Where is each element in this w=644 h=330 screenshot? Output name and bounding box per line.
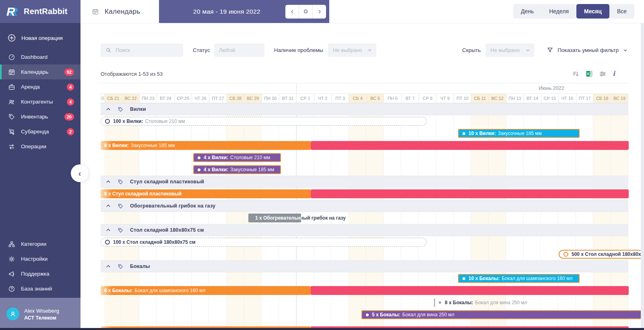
- group-label: Стул складной пластиковый: [130, 179, 204, 185]
- grid-column: [401, 103, 419, 330]
- hide-select[interactable]: Не выбрано: [485, 44, 535, 57]
- status-select[interactable]: Любой: [214, 44, 264, 57]
- new-operation-button[interactable]: Новая операция: [0, 23, 80, 50]
- day-column-header: ВС 5: [366, 93, 384, 103]
- collapse-group-icon[interactable]: [105, 179, 111, 185]
- chevron-down-icon: [525, 48, 530, 53]
- sidebar-item-label: Субаренда: [21, 129, 49, 135]
- sidebar-item-база-знаний[interactable]: База знаний: [0, 281, 80, 296]
- view-mode-switcher: ДеньНеделяМесяцВсе: [513, 4, 634, 19]
- sliders-icon[interactable]: [599, 70, 607, 78]
- grid-column: [174, 103, 192, 330]
- prev-period-button[interactable]: [285, 5, 299, 19]
- status-value: Любой: [219, 47, 235, 53]
- booking-bar[interactable]: 8 x Стул складной пластиковый: [101, 189, 311, 198]
- sidebar-collapse-button[interactable]: ‹: [71, 164, 89, 182]
- booking-bar[interactable]: 100 x Стол складной 180x80x75 см: [101, 238, 427, 247]
- day-column-header: ПТ 27: [209, 93, 226, 103]
- sidebar-item-label: Категории: [21, 241, 46, 247]
- user-company: АСТ Телеком: [24, 315, 59, 321]
- today-button[interactable]: [299, 5, 312, 19]
- next-period-button[interactable]: [312, 5, 326, 19]
- sidebar-footer-nav: КатегорииНастройкиПоддержкаБаза знаний: [0, 237, 80, 296]
- booking-bar[interactable]: 10 x Бокалы:Бокал для шампанского 160 мл: [458, 274, 580, 283]
- collapse-group-icon[interactable]: [105, 227, 111, 233]
- booking-bar[interactable]: 8 x Вилки:Закусочные 185 мм: [101, 141, 311, 150]
- day-column-header: СБ 4: [349, 93, 366, 103]
- tag-icon: [118, 227, 124, 233]
- logo-text: RentRabbit: [24, 7, 68, 16]
- grid-column: [419, 103, 436, 330]
- grid-column: [192, 103, 209, 330]
- sidebar-item-label: Поддержка: [21, 271, 49, 277]
- booking-bar[interactable]: [311, 286, 629, 295]
- day-column-header: ВТ 24: [157, 93, 174, 103]
- count-badge: 4: [67, 83, 74, 91]
- vertical-scrollbar[interactable]: [641, 23, 644, 328]
- booking-bar[interactable]: 8 x Бокалы:Бокал для шампанского 160 мл: [101, 286, 311, 295]
- excel-export-icon[interactable]: X: [586, 70, 593, 77]
- sidebar-item-категории[interactable]: Категории: [0, 237, 80, 251]
- user-profile[interactable]: Alex Wiseberg АСТ Телеком: [0, 298, 80, 330]
- booking-bar[interactable]: [311, 189, 629, 198]
- sidebar-item-label: Календарь: [21, 69, 48, 75]
- megaphone-icon: [8, 270, 15, 278]
- booking-bar[interactable]: 4 x Вилки:Закусочные 185 мм: [193, 165, 281, 174]
- day-column-header: ПН 6: [384, 93, 401, 103]
- grid-column: [384, 103, 401, 330]
- question-icon: [8, 285, 15, 293]
- day-column-header: СР 8: [419, 93, 436, 103]
- booking-bar[interactable]: 4 x Вилки:Столовые 210 мм: [193, 153, 281, 162]
- booking-bar[interactable]: 100 x Вилки:Столовые 210 мм: [101, 117, 427, 126]
- collapse-group-icon[interactable]: [105, 203, 111, 209]
- collapse-group-icon[interactable]: [105, 264, 111, 269]
- search-icon: [105, 47, 111, 53]
- sidebar-item-операции[interactable]: Операции: [0, 139, 80, 154]
- tag-icon: [8, 113, 15, 120]
- view-mode-все[interactable]: Все: [609, 4, 634, 19]
- grid-column: [104, 103, 122, 330]
- logo[interactable]: RR RentRabbit: [0, 0, 80, 23]
- sidebar-item-аренда[interactable]: Аренда4: [0, 79, 80, 94]
- grid-column: [139, 103, 157, 330]
- day-column-header: ВС 29: [244, 93, 261, 103]
- grid-column: [593, 103, 611, 330]
- new-operation-label: Новая операция: [21, 35, 63, 41]
- view-mode-день[interactable]: День: [513, 4, 541, 19]
- booking-bar[interactable]: 5 x Бокалы:Бокал для вина 250 мл: [361, 310, 644, 319]
- day-column-header: СБ 21: [104, 93, 122, 103]
- booking-bar[interactable]: 10 x Вилки:Закусочные 185 мм: [458, 129, 580, 138]
- sidebar-item-субаренда[interactable]: Субаренда2: [0, 124, 80, 139]
- grid-column: [436, 103, 454, 330]
- grid-column: [366, 103, 384, 330]
- grid-column: [349, 103, 366, 330]
- smart-filter-button[interactable]: Показать умный фильтр: [547, 47, 628, 54]
- tag-icon: [118, 203, 124, 209]
- grid-column: [227, 103, 244, 330]
- dot-icon: [439, 301, 441, 304]
- booking-bar[interactable]: [311, 141, 629, 150]
- sidebar-item-поддержка[interactable]: Поддержка: [0, 266, 80, 281]
- sidebar-item-календарь[interactable]: Календарь92: [0, 64, 80, 79]
- group-label: Стол складной 180x80x75 см: [130, 227, 204, 233]
- results-bar: Отображаются 1-53 из 53 X i: [101, 68, 615, 79]
- sidebar-item-dashboard[interactable]: Dashboard: [0, 50, 80, 64]
- chevron-down-icon: [623, 48, 628, 53]
- view-mode-неделя[interactable]: Неделя: [541, 4, 576, 19]
- view-mode-месяц[interactable]: Месяц: [576, 4, 609, 19]
- day-column-header: ЧТ 26: [192, 93, 209, 103]
- search-input[interactable]: [115, 47, 177, 54]
- search-input-wrap[interactable]: [101, 44, 183, 57]
- booking-marker[interactable]: 8 x Бокалы:Бокал для вина 250 мл: [434, 298, 527, 307]
- day-column-header: ПН 13: [506, 93, 523, 103]
- sidebar-item-настройки[interactable]: Настройки: [0, 251, 80, 266]
- booking-bar[interactable]: 500 x Стол складной 180x80x75 см: [559, 250, 644, 259]
- collapse-group-icon[interactable]: [105, 106, 111, 112]
- sidebar-item-контрагенты[interactable]: Контрагенты4: [0, 94, 80, 109]
- tag-icon: [118, 179, 124, 185]
- sidebar-item-инвентарь[interactable]: Инвентарь20: [0, 109, 80, 124]
- sort-icon[interactable]: [572, 70, 580, 78]
- info-icon[interactable]: i: [613, 70, 615, 77]
- problems-select[interactable]: Не выбрано: [328, 44, 376, 57]
- chevron-down-icon: [367, 48, 372, 53]
